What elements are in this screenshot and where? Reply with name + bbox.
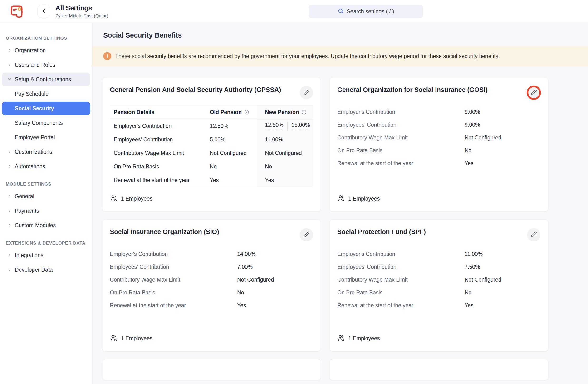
sidebar-item-social-security[interactable]: Social Security xyxy=(2,102,90,115)
benefit-cards-grid: General Pension And Social Security Auth… xyxy=(102,77,548,381)
card-title-sio: Social Insurance Organization (SIO) xyxy=(110,227,219,237)
search-settings-input[interactable]: Search settings ( / ) xyxy=(309,5,423,18)
pension-table: Pension Details Old Pension New Pension … xyxy=(110,105,313,187)
info-icon: i xyxy=(103,52,111,60)
pencil-icon xyxy=(531,89,537,96)
pension-table-header: Pension Details Old Pension New Pension xyxy=(110,105,313,119)
chevron-down-icon xyxy=(7,77,15,82)
sidebar-item-automations[interactable]: Automations xyxy=(2,160,90,173)
users-icon xyxy=(337,334,345,343)
main-content: Social Security Benefits i These social … xyxy=(92,23,588,384)
sidebar-item-general[interactable]: General xyxy=(2,190,90,203)
list-item: Employees' Contribution 9.00% xyxy=(337,118,540,131)
sidebar-section-module-settings: MODULE SETTINGS xyxy=(6,182,86,187)
search-icon xyxy=(337,8,344,15)
card-gpssa: General Pension And Social Security Auth… xyxy=(102,77,321,212)
info-banner-text: These social security benefits are recom… xyxy=(115,53,500,59)
card-partial-right xyxy=(329,359,548,381)
new-pension-old-rate[interactable]: 12.50% xyxy=(265,122,284,130)
card-sio: Social Insurance Organization (SIO) Empl… xyxy=(102,219,321,351)
employees-count: 1 Employees xyxy=(337,327,540,343)
sidebar-section-organization-settings: ORGANIZATION SETTINGS xyxy=(6,36,86,41)
search-placeholder: Search settings ( / ) xyxy=(347,8,394,15)
sidebar-item-pay-schedule[interactable]: Pay Schedule xyxy=(2,87,90,100)
users-icon xyxy=(110,194,118,203)
employees-count: 1 Employees xyxy=(110,187,313,203)
list-item: On Pro Rata Basis No xyxy=(337,286,540,299)
benefit-details: Employer's Contribution 11.00% Employees… xyxy=(337,248,540,312)
list-item: Employees' Contribution 7.00% xyxy=(110,260,313,273)
value-divider xyxy=(287,121,288,131)
chevron-right-icon xyxy=(7,208,15,213)
chevron-right-icon xyxy=(7,267,15,272)
column-header-old-pension: Old Pension xyxy=(210,109,242,115)
edit-gosi-button[interactable] xyxy=(527,86,540,99)
header-title-block: All Settings Zylker Middle East (Qatar) xyxy=(55,4,108,19)
benefit-details: Employer's Contribution 14.00% Employees… xyxy=(110,248,313,312)
users-icon xyxy=(110,334,118,343)
list-item: On Pro Rata Basis No xyxy=(110,286,313,299)
chevron-right-icon xyxy=(7,253,15,258)
sidebar-item-customizations[interactable]: Customizations xyxy=(2,145,90,158)
chevron-right-icon xyxy=(7,150,15,154)
table-row: On Pro Rata Basis No No xyxy=(110,160,313,173)
new-pension-new-rate[interactable]: 15.00% xyxy=(291,122,310,130)
new-pension-info-icon[interactable] xyxy=(301,110,307,115)
users-icon xyxy=(337,194,345,203)
edit-gpssa-button[interactable] xyxy=(300,86,313,99)
chevron-left-icon xyxy=(41,8,47,15)
employees-count: 1 Employees xyxy=(337,187,540,203)
edit-sio-button[interactable] xyxy=(300,228,313,241)
organization-name: Zylker Middle East (Qatar) xyxy=(55,13,108,19)
sidebar-item-salary-components[interactable]: Salary Components xyxy=(2,116,90,130)
list-item: Contributory Wage Max Limit Not Configur… xyxy=(337,131,540,144)
header-divider xyxy=(31,5,31,18)
pencil-icon xyxy=(303,89,310,96)
card-title-gosi: General Organization for Social Insuranc… xyxy=(337,85,488,95)
edit-spf-button[interactable] xyxy=(527,228,540,241)
chevron-right-icon xyxy=(7,48,15,53)
page-header-title: All Settings xyxy=(55,4,108,12)
sidebar-item-custom-modules[interactable]: Custom Modules xyxy=(2,219,90,232)
list-item: Employees' Contribution 7.50% xyxy=(337,260,540,273)
back-button[interactable] xyxy=(37,5,50,18)
page-title: Social Security Benefits xyxy=(103,31,588,39)
info-banner: i These social security benefits are rec… xyxy=(92,46,588,66)
chevron-right-icon xyxy=(7,223,15,228)
sidebar-item-setup-configurations[interactable]: Setup & Configurations xyxy=(2,73,90,86)
sidebar-item-integrations[interactable]: Integrations xyxy=(2,249,90,262)
list-item: Contributory Wage Max Limit Not Configur… xyxy=(337,273,540,286)
sidebar-item-payments[interactable]: Payments xyxy=(2,204,90,217)
pencil-icon xyxy=(303,231,310,238)
card-title-gpssa: General Pension And Social Security Auth… xyxy=(110,85,281,95)
list-item: Employer's Contribution 9.00% xyxy=(337,106,540,118)
highlight-ring xyxy=(527,86,540,99)
table-row: Contributory Wage Max Limit Not Configur… xyxy=(110,146,313,160)
card-partial-left xyxy=(102,359,321,381)
card-title-spf: Social Protection Fund (SPF) xyxy=(337,227,426,237)
pencil-icon xyxy=(531,231,537,238)
sidebar-item-developer-data[interactable]: Developer Data xyxy=(2,263,90,276)
card-spf: Social Protection Fund (SPF) Employer's … xyxy=(329,219,548,351)
table-row: Renewal at the start of the year Yes Yes xyxy=(110,173,313,187)
column-header-pension-details: Pension Details xyxy=(110,109,210,115)
sidebar-item-employee-portal[interactable]: Employee Portal xyxy=(2,131,90,144)
chevron-right-icon xyxy=(7,62,15,67)
list-item: Employer's Contribution 11.00% xyxy=(337,248,540,260)
card-gosi: General Organization for Social Insuranc… xyxy=(329,77,548,212)
sidebar-item-users-and-roles[interactable]: Users and Roles xyxy=(2,58,90,72)
table-row: Employer's Contribution 12.50% 12.50% 15… xyxy=(110,119,313,133)
list-item: Renewal at the start of the year Yes xyxy=(337,299,540,312)
old-pension-info-icon[interactable] xyxy=(244,110,249,115)
chevron-right-icon xyxy=(7,164,15,169)
top-header: All Settings Zylker Middle East (Qatar) … xyxy=(0,0,588,23)
sidebar-item-organization[interactable]: Organization xyxy=(2,44,90,57)
sidebar-section-extensions-developer-data: EXTENSIONS & DEVELOPER DATA xyxy=(6,240,86,246)
column-header-new-pension: New Pension xyxy=(265,109,299,115)
list-item: Contributory Wage Max Limit Not Configur… xyxy=(110,273,313,286)
list-item: Renewal at the start of the year Yes xyxy=(110,299,313,312)
table-row: Employees' Contribution 5.00% 11.00% xyxy=(110,133,313,146)
employees-count: 1 Employees xyxy=(110,327,313,343)
app-logo-icon xyxy=(10,4,25,19)
list-item: Renewal at the start of the year Yes xyxy=(337,157,540,170)
